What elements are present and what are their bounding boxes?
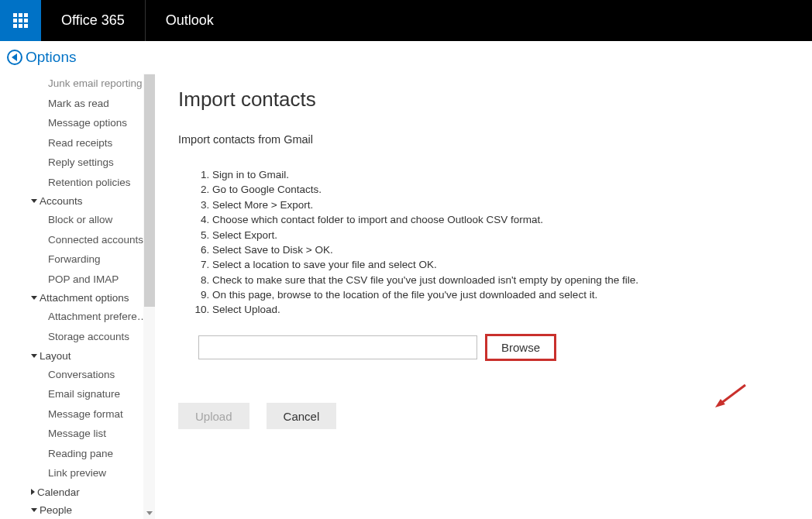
options-bar: Options [0, 41, 812, 74]
main: Import contacts Import contacts from Gma… [155, 74, 812, 519]
sidebar-section-label: People [40, 504, 72, 516]
sidebar-item[interactable]: Storage accounts [19, 327, 155, 347]
sidebar-item[interactable]: Connected accounts [19, 230, 155, 250]
sidebar-group[interactable]: Attachment options [19, 289, 155, 307]
chevron-down-icon [31, 354, 37, 358]
sidebar-section[interactable]: Calendar [28, 483, 155, 501]
cancel-button[interactable]: Cancel [267, 403, 337, 429]
step-item: Choose which contact folder to import an… [212, 214, 789, 227]
sidebar-item[interactable]: Email signature [19, 384, 155, 404]
sidebar-item[interactable]: Conversations [19, 365, 155, 385]
sidebar-item[interactable]: Junk email reporting [19, 74, 155, 94]
sidebar-group[interactable]: Accounts [19, 192, 155, 210]
step-item: Select a location to save your file and … [212, 259, 789, 272]
page-subtitle: Import contacts from Gmail [178, 133, 789, 146]
sidebar-item[interactable]: Reading pane [19, 444, 155, 464]
sidebar: Junk email reportingMark as readMessage … [0, 74, 155, 519]
sidebar-item[interactable]: Reply settings [19, 153, 155, 173]
browse-button[interactable]: Browse [485, 334, 556, 361]
sidebar-item[interactable]: Retention policies [19, 173, 155, 193]
app-launcher[interactable] [0, 0, 41, 41]
page-title: Import contacts [178, 88, 789, 112]
file-path-input[interactable] [198, 335, 477, 359]
chevron-down-icon [31, 508, 37, 512]
chevron-right-icon [31, 489, 35, 495]
scroll-thumb[interactable] [144, 74, 155, 307]
back-arrow-icon [7, 50, 22, 65]
sidebar-item[interactable]: Message options [19, 113, 155, 133]
brand-name[interactable]: Office 365 [41, 0, 146, 41]
step-item: Select Save to Disk > OK. [212, 244, 789, 257]
sidebar-group-label: Attachment options [40, 292, 129, 304]
step-item: On this page, browse to the location of … [212, 289, 789, 302]
callout-arrow-icon [713, 382, 748, 410]
sidebar-group-label: Layout [40, 350, 71, 362]
sidebar-section-label: Calendar [37, 486, 80, 498]
scroll-down-icon[interactable] [143, 507, 155, 519]
sidebar-item[interactable]: Forwarding [19, 249, 155, 270]
chevron-down-icon [31, 296, 37, 300]
step-item: Go to Google Contacts. [212, 184, 789, 197]
chevron-down-icon [31, 199, 37, 203]
waffle-icon [13, 13, 28, 28]
step-item: Select More > Export. [212, 199, 789, 212]
options-label: Options [26, 49, 76, 66]
step-item: Select Upload. [212, 304, 789, 317]
sidebar-group-label: Accounts [40, 195, 83, 207]
svg-line-0 [721, 385, 745, 404]
sidebar-item[interactable]: Read receipts [19, 133, 155, 153]
sidebar-section[interactable]: People [28, 501, 155, 519]
steps-list: Sign in to Gmail.Go to Google Contacts.S… [212, 169, 789, 317]
step-item: Sign in to Gmail. [212, 169, 789, 182]
sidebar-item[interactable]: Mark as read [19, 94, 155, 114]
sidebar-item[interactable]: POP and IMAP [19, 270, 155, 290]
sidebar-group[interactable]: Layout [19, 347, 155, 365]
step-item: Check to make sure that the CSV file you… [212, 274, 789, 287]
header: Office 365 Outlook [0, 0, 812, 41]
sidebar-item[interactable]: Message list [19, 424, 155, 444]
app-name: Outlook [146, 12, 234, 29]
sidebar-item[interactable]: Block or allow [19, 210, 155, 230]
scrollbar[interactable] [143, 74, 155, 519]
upload-button[interactable]: Upload [178, 403, 249, 429]
back-button[interactable]: Options [7, 49, 76, 66]
sidebar-item[interactable]: Link preview [19, 463, 155, 483]
sidebar-item[interactable]: Attachment preferences [19, 307, 155, 327]
sidebar-item[interactable]: Message format [19, 404, 155, 424]
step-item: Select Export. [212, 229, 789, 242]
